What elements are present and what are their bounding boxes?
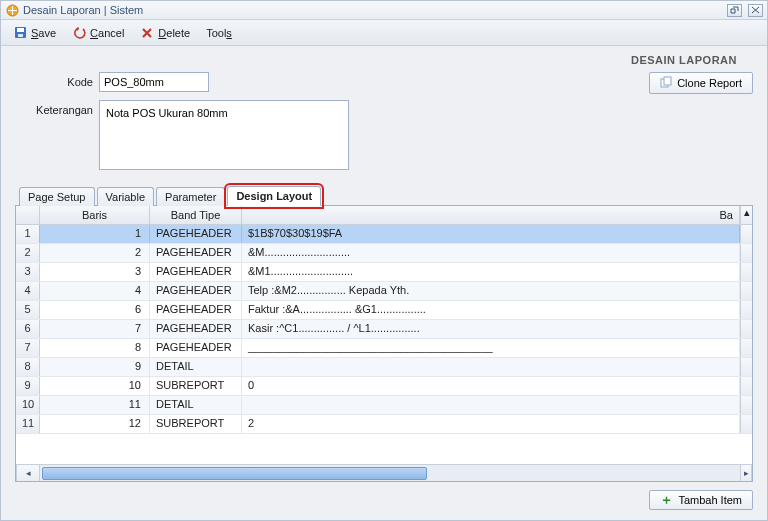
cell-text: $1B$70$30$19$FA	[242, 225, 740, 243]
row-number: 10	[16, 396, 40, 414]
titlebar: Desain Laporan | Sistem	[1, 1, 767, 20]
cell-baris: 4	[40, 282, 150, 300]
cell-band: PAGEHEADER	[150, 282, 242, 300]
save-icon	[13, 26, 27, 40]
table-row[interactable]: 33PAGEHEADER&M1.........................…	[16, 263, 752, 282]
vscroll-up[interactable]: ▴	[740, 206, 752, 224]
undo-icon	[72, 26, 86, 40]
svg-rect-2	[17, 28, 24, 32]
toolbar: SSaveave Cancel Cancel Delete Delete Too…	[1, 20, 767, 46]
table-row[interactable]: 11PAGEHEADER$1B$70$30$19$FA	[16, 225, 752, 244]
table-row[interactable]: 22PAGEHEADER&M..........................…	[16, 244, 752, 263]
col-band[interactable]: Band Tipe	[150, 206, 242, 224]
tab-variable[interactable]: Variable	[97, 187, 155, 206]
cell-text: &M1...........................	[242, 263, 740, 281]
row-number: 1	[16, 225, 40, 243]
cell-text: Kasir :^C1............... / ^L1.........…	[242, 320, 740, 338]
kode-input[interactable]	[99, 72, 209, 92]
cancel-button[interactable]: Cancel Cancel	[66, 24, 130, 42]
tools-button[interactable]: Tools Tools	[200, 25, 238, 41]
cell-baris: 2	[40, 244, 150, 262]
cell-baris: 8	[40, 339, 150, 357]
cell-baris: 3	[40, 263, 150, 281]
cell-baris: 7	[40, 320, 150, 338]
cell-baris: 12	[40, 415, 150, 433]
row-number: 6	[16, 320, 40, 338]
hscroll-track[interactable]	[40, 465, 740, 481]
cell-text: &M............................	[242, 244, 740, 262]
table-row[interactable]: 1011DETAIL	[16, 396, 752, 415]
clone-report-label: Clone Report	[677, 77, 742, 89]
grid-header: Baris Band Tipe Ba ▴	[16, 206, 752, 225]
clone-report-button[interactable]: Clone Report	[649, 72, 753, 94]
svg-rect-3	[18, 34, 23, 37]
cell-baris: 11	[40, 396, 150, 414]
cell-text: Faktur :&A................. &G1.........…	[242, 301, 740, 319]
row-number: 11	[16, 415, 40, 433]
tab-page-setup[interactable]: Page Setup	[19, 187, 95, 206]
hscroll-thumb[interactable]	[42, 467, 427, 480]
row-number: 4	[16, 282, 40, 300]
row-number: 2	[16, 244, 40, 262]
delete-button[interactable]: Delete Delete	[134, 24, 196, 42]
table-row[interactable]: 56PAGEHEADERFaktur :&A................. …	[16, 301, 752, 320]
hscroll-right[interactable]: ▸	[740, 465, 752, 481]
col-rownum[interactable]	[16, 206, 40, 224]
grid-body: 11PAGEHEADER$1B$70$30$19$FA22PAGEHEADER&…	[16, 225, 752, 464]
row-number: 8	[16, 358, 40, 376]
design-layout-grid: Baris Band Tipe Ba ▴ 11PAGEHEADER$1B$70$…	[15, 205, 753, 482]
cell-band: SUBREPORT	[150, 415, 242, 433]
svg-rect-5	[664, 77, 671, 85]
page-title: DESAIN LAPORAN	[15, 46, 753, 66]
cell-text: Telp :&M2................ Kepada Yth.	[242, 282, 740, 300]
row-number: 7	[16, 339, 40, 357]
table-row[interactable]: 44PAGEHEADERTelp :&M2................ Ke…	[16, 282, 752, 301]
row-number: 9	[16, 377, 40, 395]
cell-baris: 6	[40, 301, 150, 319]
cell-band: PAGEHEADER	[150, 263, 242, 281]
delete-icon	[140, 26, 154, 40]
table-row[interactable]: 78PAGEHEADER____________________________…	[16, 339, 752, 358]
plus-icon: ＋	[660, 495, 673, 505]
cell-band: PAGEHEADER	[150, 225, 242, 243]
table-row[interactable]: 910SUBREPORT0	[16, 377, 752, 396]
table-row[interactable]: 1112SUBREPORT2	[16, 415, 752, 434]
cell-band: PAGEHEADER	[150, 320, 242, 338]
cell-band: DETAIL	[150, 358, 242, 376]
col-ba[interactable]: Ba	[242, 206, 740, 224]
cell-band: PAGEHEADER	[150, 301, 242, 319]
save-button[interactable]: SSaveave	[7, 24, 62, 42]
cell-text	[242, 396, 740, 414]
cell-baris: 9	[40, 358, 150, 376]
kode-label: Kode	[15, 72, 93, 88]
tambah-item-button[interactable]: ＋ Tambah Item	[649, 490, 753, 510]
form-area: Kode Clone Report Keterangan Nota POS Uk…	[15, 66, 753, 186]
tambah-item-label: Tambah Item	[678, 494, 742, 506]
col-baris[interactable]: Baris	[40, 206, 150, 224]
tab-design-layout[interactable]: Design Layout	[227, 186, 321, 206]
row-number: 5	[16, 301, 40, 319]
hscroll-left[interactable]: ◂	[16, 465, 40, 481]
row-number: 3	[16, 263, 40, 281]
app-icon	[5, 3, 19, 17]
cell-band: SUBREPORT	[150, 377, 242, 395]
keterangan-label: Keterangan	[15, 100, 93, 116]
keterangan-input[interactable]: Nota POS Ukuran 80mm	[99, 100, 349, 170]
table-row[interactable]: 89DETAIL	[16, 358, 752, 377]
cell-band: PAGEHEADER	[150, 339, 242, 357]
tab-parameter[interactable]: Parameter	[156, 187, 225, 206]
app-window: Desain Laporan | Sistem SSaveave Cancel …	[0, 0, 768, 521]
cell-text: 0	[242, 377, 740, 395]
clone-icon	[660, 76, 672, 90]
cell-text: 2	[242, 415, 740, 433]
close-button[interactable]	[748, 4, 763, 17]
tab-bar: Page Setup Variable Parameter Design Lay…	[15, 186, 753, 206]
table-row[interactable]: 67PAGEHEADERKasir :^C1............... / …	[16, 320, 752, 339]
cell-text: ________________________________________	[242, 339, 740, 357]
cell-band: DETAIL	[150, 396, 242, 414]
hscroll: ◂ ▸	[16, 464, 752, 481]
window-title: Desain Laporan | Sistem	[23, 4, 143, 16]
content-area: DESAIN LAPORAN Kode Clone Report Keteran…	[1, 46, 767, 520]
cell-baris: 10	[40, 377, 150, 395]
restore-button[interactable]	[727, 4, 742, 17]
